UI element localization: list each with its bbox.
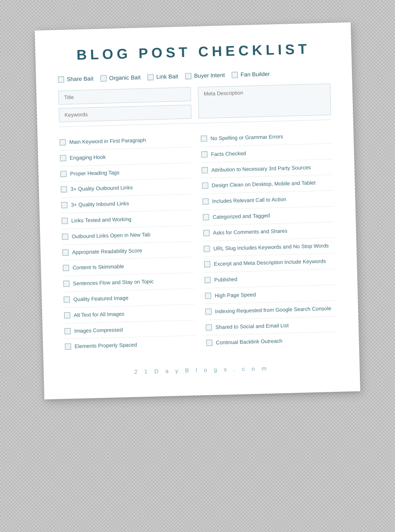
checklist-item: Elements Properly Spaced [65, 336, 196, 355]
checklist-checkbox[interactable] [65, 328, 71, 334]
checklist-item-text: Sentences Flow and Stay on Topic [73, 278, 154, 288]
keywords-input[interactable] [59, 105, 192, 122]
checklist-checkbox[interactable] [205, 293, 211, 299]
tab-buyer-intent-checkbox[interactable] [185, 73, 191, 79]
checklist-checkbox[interactable] [62, 234, 68, 240]
tab-buyer-intent[interactable]: Buyer Intent [185, 72, 225, 79]
checklist-item-text: Alt Text for All Images [74, 310, 125, 319]
tab-link-bait[interactable]: Link Bait [147, 73, 178, 80]
checklist-section: Main Keyword in First ParagraphEngaging … [59, 128, 337, 355]
checklist-item-text: Content Is Skimmable [72, 263, 124, 272]
tab-organic-bait-label: Organic Bait [109, 74, 141, 81]
checklist-checkbox[interactable] [205, 308, 212, 315]
checklist-checkbox[interactable] [203, 230, 209, 236]
tab-organic-bait-checkbox[interactable] [101, 75, 107, 81]
checklist-item-text: Shared to Social and Email List [215, 322, 289, 331]
checklist-item-text: Attribution to Necessary 3rd Party Sourc… [211, 164, 311, 174]
checklist-item-text: Categorized and Tagged [212, 212, 270, 221]
tab-fan-builder-checkbox[interactable] [232, 72, 238, 78]
checklist-paper: Blog Post Checklist Share BaitOrganic Ba… [35, 22, 360, 400]
checklist-checkbox[interactable] [206, 340, 212, 346]
checklist-item-text: 3+ Quality Outbound Links [70, 184, 133, 193]
checklist-checkbox[interactable] [65, 344, 71, 350]
checklist-checkbox[interactable] [202, 199, 208, 205]
checklist-item: Continual Backlink Outreach [206, 332, 337, 351]
page-title: Blog Post Checklist [57, 40, 330, 64]
checklist-checkbox[interactable] [61, 202, 67, 208]
tab-fan-builder[interactable]: Fan Builder [232, 71, 270, 78]
tab-fan-builder-label: Fan Builder [241, 71, 270, 78]
checklist-item-text: Elements Properly Spaced [75, 341, 137, 351]
checklist-checkbox[interactable] [61, 186, 67, 192]
input-row [58, 83, 331, 122]
title-input[interactable] [58, 87, 191, 105]
checklist-checkbox[interactable] [205, 277, 211, 283]
checklist-checkbox[interactable] [201, 151, 207, 157]
checklist-checkbox[interactable] [63, 281, 69, 287]
footer: 2 1 D a y B l o g s . c o m [65, 363, 338, 377]
tabs-row: Share BaitOrganic BaitLink BaitBuyer Int… [58, 69, 330, 83]
checklist-item-text: Facts Checked [211, 150, 246, 158]
checklist-checkbox[interactable] [61, 170, 67, 177]
tab-share-bait-label: Share Bait [67, 75, 93, 83]
checklist-item-text: High Page Speed [215, 291, 256, 300]
checklist-checkbox[interactable] [203, 214, 209, 220]
left-checklist-column: Main Keyword in First ParagraphEngaging … [59, 131, 196, 355]
checklist-checkbox[interactable] [60, 155, 66, 161]
checklist-item-text: Includes Relevant Call to Action [212, 196, 286, 205]
tab-share-bait-checkbox[interactable] [58, 76, 64, 82]
checklist-checkbox[interactable] [202, 183, 208, 189]
meta-description-input[interactable] [198, 83, 331, 119]
checklist-checkbox[interactable] [62, 249, 68, 255]
checklist-checkbox[interactable] [204, 246, 210, 252]
checklist-item-text: Excerpt and Meta Description Include Key… [214, 258, 326, 268]
checklist-checkbox[interactable] [61, 218, 68, 224]
tab-organic-bait[interactable]: Organic Bait [101, 74, 141, 81]
checklist-checkbox[interactable] [201, 135, 207, 141]
checklist-item-text: Asks for Comments and Shares [213, 227, 287, 236]
right-checklist-column: No Spelling or Grammar ErrorsFacts Check… [201, 128, 337, 351]
checklist-checkbox[interactable] [64, 297, 70, 303]
checklist-checkbox[interactable] [201, 167, 208, 173]
checklist-item-text: Quality Featured Image [73, 294, 129, 303]
tab-buyer-intent-label: Buyer Intent [194, 72, 225, 79]
checklist-item-text: Images Compressed [74, 326, 123, 335]
checklist-item-text: Appropriate Readability Score [72, 247, 142, 256]
checklist-checkbox[interactable] [206, 324, 212, 330]
checklist-checkbox[interactable] [60, 139, 66, 145]
checklist-item-text: Continual Backlink Outreach [216, 337, 283, 347]
tab-link-bait-checkbox[interactable] [147, 74, 154, 80]
checklist-item-text: No Spelling or Grammar Errors [210, 133, 283, 142]
checklist-checkbox[interactable] [204, 261, 210, 268]
checklist-checkbox[interactable] [63, 265, 69, 271]
checklist-item-text: Proper Heading Tags [70, 169, 119, 177]
checklist-item-text: Outbound Links Open in New Tab [72, 231, 151, 240]
checklist-item-text: Indexing Requested from Google Search Co… [215, 305, 331, 315]
checklist-item-text: Main Keyword in First Paragraph [69, 137, 146, 146]
checklist-item-text: 3+ Quality Inbound Links [71, 200, 129, 209]
checklist-item-text: Links Tested and Working [71, 216, 131, 224]
tab-link-bait-label: Link Bait [156, 73, 178, 80]
checklist-item-text: Design Clean on Desktop, Mobile and Tabl… [212, 179, 316, 189]
tab-share-bait[interactable]: Share Bait [58, 75, 93, 83]
checklist-checkbox[interactable] [64, 312, 70, 318]
checklist-item-text: Published [214, 276, 237, 284]
checklist-item-text: Engaging Hook [70, 153, 106, 162]
checklist-item-text: URL Slug Includes Keywords and No Stop W… [213, 242, 329, 253]
